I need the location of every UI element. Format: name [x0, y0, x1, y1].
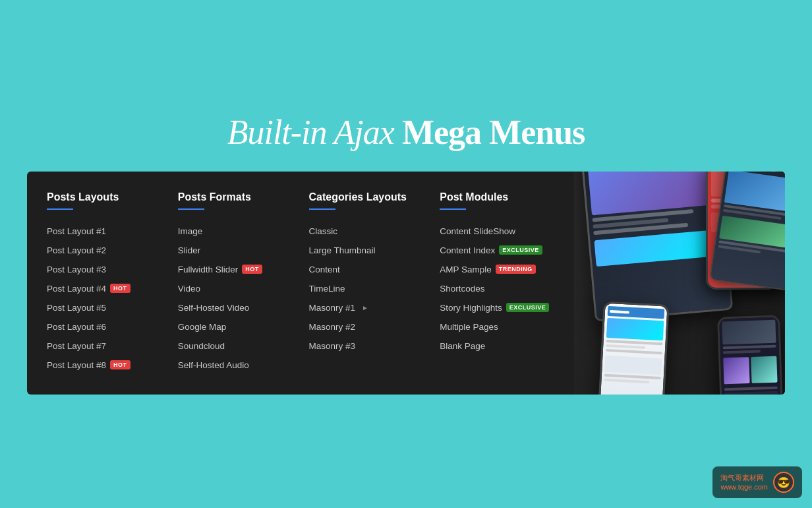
- menu-item[interactable]: Masonry #2: [309, 317, 420, 336]
- mega-menu-box: Posts Layouts Post Layout #1 Post Layout…: [27, 172, 785, 395]
- menu-item[interactable]: Post Layout #2: [47, 241, 158, 260]
- watermark: 淘气哥素材网 www.tqge.com 😎: [712, 466, 802, 498]
- menu-item[interactable]: Post Layout #7: [47, 336, 158, 356]
- badge-exclusive: EXCLUSIVE: [499, 245, 542, 255]
- page-container: Built-in Ajax Mega Menus Posts Layouts P…: [0, 0, 812, 508]
- menu-item[interactable]: Post Layout #3: [47, 260, 158, 279]
- badge-hot: HOT: [110, 284, 130, 293]
- menu-item[interactable]: Content SlideShow: [440, 222, 551, 241]
- menu-columns: Posts Layouts Post Layout #1 Post Layout…: [27, 172, 574, 395]
- device-phone-dark: [717, 315, 784, 395]
- menu-item[interactable]: Story Highlights EXCLUSIVE: [440, 298, 551, 317]
- menu-item[interactable]: Masonry #3: [309, 336, 420, 356]
- menu-item[interactable]: Slider: [178, 241, 289, 260]
- column-title-post-modules: Post Modules: [440, 191, 551, 203]
- device-phone-blue: [597, 301, 669, 394]
- menu-item-large-thumbnail[interactable]: Large Thumbnail: [309, 241, 420, 260]
- column-title-categories-layouts: Categories Layouts: [309, 191, 420, 203]
- column-divider-3: [309, 208, 335, 210]
- column-title-posts-layouts: Posts Layouts: [47, 191, 158, 203]
- menu-item[interactable]: Google Map: [178, 317, 289, 336]
- submenu-arrow-icon: ►: [362, 304, 368, 311]
- menu-item[interactable]: Content: [309, 260, 420, 279]
- menu-item[interactable]: Self-Hosted Audio: [178, 356, 289, 375]
- column-post-modules: Post Modules Content SlideShow Content I…: [430, 191, 561, 375]
- menu-item[interactable]: Fullwidth Slider HOT: [178, 260, 289, 279]
- menu-item[interactable]: Video: [178, 279, 289, 298]
- watermark-line1: 淘气哥素材网: [720, 473, 768, 482]
- menu-item[interactable]: Content Index EXCLUSIVE: [440, 241, 551, 260]
- watermark-line2: www.tqge.com: [720, 482, 768, 492]
- menu-item[interactable]: AMP Sample TRENDING: [440, 260, 551, 279]
- badge-trending: TRENDING: [496, 265, 536, 274]
- column-posts-layouts: Posts Layouts Post Layout #1 Post Layout…: [47, 191, 168, 375]
- watermark-text-block: 淘气哥素材网 www.tqge.com: [720, 473, 768, 492]
- column-divider-2: [178, 208, 204, 210]
- watermark-icon: 😎: [773, 472, 794, 493]
- menu-item[interactable]: Self-Hosted Video: [178, 298, 289, 317]
- menu-item[interactable]: Image: [178, 222, 289, 241]
- menu-item[interactable]: Masonry #1 ►: [309, 298, 420, 317]
- menu-item[interactable]: Soundcloud: [178, 336, 289, 356]
- menu-item[interactable]: Classic: [309, 222, 420, 241]
- badge-hot: HOT: [242, 265, 262, 274]
- badge-exclusive: EXCLUSIVE: [506, 303, 550, 312]
- menu-item[interactable]: Post Layout #6: [47, 317, 158, 336]
- column-title-posts-formats: Posts Formats: [178, 191, 289, 203]
- page-headline: Built-in Ajax Mega Menus: [227, 113, 585, 151]
- column-divider-1: [47, 208, 73, 210]
- device-mockup-container: Weather Forecast Melbourne: [574, 172, 785, 395]
- column-categories-layouts: Categories Layouts Classic Large Thumbna…: [299, 191, 430, 375]
- badge-hot: HOT: [110, 360, 130, 369]
- menu-item[interactable]: TimeLine: [309, 279, 420, 298]
- headline-bold: Mega Menus: [402, 113, 585, 151]
- menu-item[interactable]: Post Layout #4 HOT: [47, 279, 158, 298]
- device-stack: Weather Forecast Melbourne: [587, 172, 785, 395]
- column-divider-4: [440, 208, 466, 210]
- menu-item[interactable]: Shortcodes: [440, 279, 551, 298]
- menu-item[interactable]: Post Layout #1: [47, 222, 158, 241]
- menu-item[interactable]: Post Layout #8 HOT: [47, 356, 158, 375]
- headline-italic: Built-in Ajax: [227, 113, 402, 151]
- menu-item[interactable]: Post Layout #5: [47, 298, 158, 317]
- menu-item[interactable]: Multiple Pages: [440, 317, 551, 336]
- device-mockup-panel: Weather Forecast Melbourne: [574, 172, 785, 395]
- menu-item[interactable]: Blank Page: [440, 336, 551, 356]
- column-posts-formats: Posts Formats Image Slider Fullwidth Sli…: [168, 191, 299, 375]
